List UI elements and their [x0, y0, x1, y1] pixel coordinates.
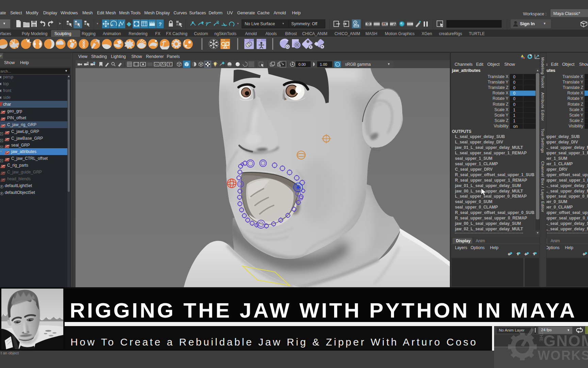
svg-text:G: G: [336, 64, 338, 66]
svg-text:GNOMON: GNOMON: [543, 332, 588, 350]
svg-text:?: ?: [159, 21, 162, 27]
svg-text:T: T: [168, 63, 170, 66]
svg-text:V:1: V:1: [155, 63, 158, 65]
svg-text:IPR: IPR: [382, 23, 386, 25]
svg-text:WORKSHOP: WORKSHOP: [538, 348, 588, 363]
